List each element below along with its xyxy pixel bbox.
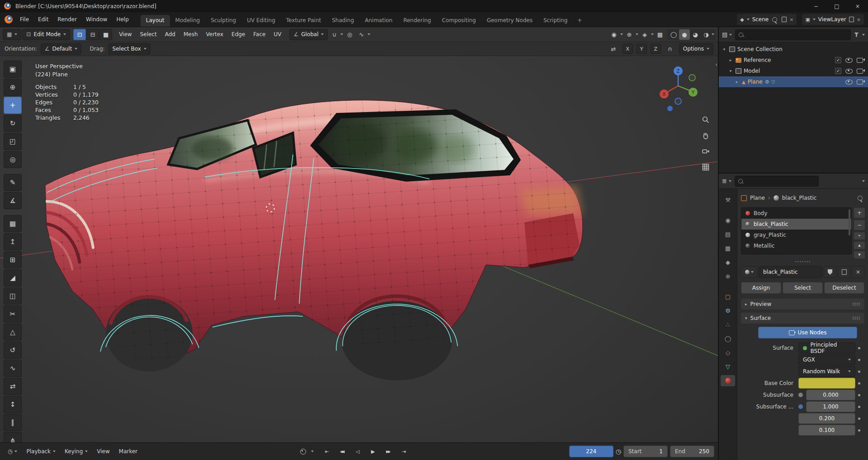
tab-material[interactable] <box>721 375 735 386</box>
eye-icon[interactable] <box>845 58 853 63</box>
properties-search[interactable] <box>735 176 819 187</box>
assign-button[interactable]: Assign <box>741 282 781 294</box>
vertex-select-button[interactable]: ⊡ <box>73 29 86 40</box>
tool-bevel-button[interactable]: ◢ <box>4 269 22 286</box>
tree-row-plane[interactable]: ▸ ▲ Plane ⚙ ▽ <box>719 76 868 87</box>
remove-slot-button[interactable]: − <box>854 220 865 230</box>
show-visibility-icon[interactable]: ◉ <box>609 29 619 40</box>
breadcrumb-material[interactable]: black_Plastic <box>782 195 817 201</box>
camera-visibility-icon[interactable] <box>857 58 863 63</box>
tool-add-cube-button[interactable]: ▦ <box>4 215 22 232</box>
tab-sculpting[interactable]: Sculpting <box>205 15 241 27</box>
tool-shrink-fatten-button[interactable]: ↕ <box>4 396 22 413</box>
tab-scripting[interactable]: Scripting <box>538 15 573 27</box>
eye-icon[interactable] <box>845 69 853 74</box>
gizmo-dropdown-icon[interactable] <box>636 33 638 35</box>
expand-icon[interactable]: ▾ <box>722 47 727 52</box>
tab-shading[interactable]: Shading <box>326 15 359 27</box>
prev-keyframe-button[interactable]: ◀◀ <box>335 446 349 457</box>
preview-section-header[interactable]: ▸ Preview <box>741 299 864 310</box>
tab-layout[interactable]: Layout <box>141 15 170 27</box>
falloff-dropdown-icon[interactable] <box>368 33 370 35</box>
shading-dropdown-icon[interactable] <box>712 33 714 35</box>
tool-scale-button[interactable]: ◰ <box>4 133 22 150</box>
show-gizmo-icon[interactable]: ⊕ <box>624 29 635 40</box>
ortho-grid-icon[interactable] <box>700 161 712 173</box>
menu-face[interactable]: Face <box>250 27 269 42</box>
menu-uv[interactable]: UV <box>270 27 285 42</box>
menu-select[interactable]: Select <box>137 27 160 42</box>
timeline-editor-type-button[interactable]: ◷ <box>4 446 21 457</box>
scrollbar[interactable] <box>849 209 850 235</box>
decorator-icon[interactable] <box>798 393 803 397</box>
perspective-toggle-dot[interactable] <box>667 106 673 111</box>
animate-dot-icon[interactable] <box>858 382 860 385</box>
breadcrumb-object[interactable]: Plane <box>750 195 765 201</box>
base-color-swatch[interactable] <box>798 378 855 389</box>
move-slot-up-button[interactable]: ▲ <box>854 241 865 249</box>
tool-transform-button[interactable]: ◎ <box>4 151 22 168</box>
slot-specials-button[interactable] <box>854 232 865 240</box>
tab-world[interactable]: ⊕ <box>721 271 735 282</box>
drag-grip-icon[interactable] <box>852 302 860 306</box>
tab-geometry-nodes[interactable]: Geometry Nodes <box>481 15 538 27</box>
tool-knife-button[interactable]: ✂ <box>4 305 22 323</box>
end-frame-field[interactable]: End 250 <box>670 446 714 457</box>
playback-menu[interactable]: Playback <box>22 446 60 457</box>
auto-keying-button[interactable] <box>296 446 310 457</box>
camera-view-icon[interactable] <box>700 146 712 157</box>
xray-toggle-icon[interactable]: ▩ <box>655 29 665 40</box>
copy-icon[interactable] <box>782 17 787 22</box>
tab-scene[interactable]: ◆ <box>721 257 735 268</box>
tab-tool[interactable]: ⚒ <box>721 194 735 206</box>
tab-object[interactable]: ▢ <box>721 291 735 302</box>
mirror-icon[interactable]: ⇄ <box>608 44 619 54</box>
material-shading-icon[interactable]: ◕ <box>690 29 701 40</box>
filter-dropdown-icon[interactable] <box>862 34 865 36</box>
gizmo-z-negative[interactable] <box>675 98 681 104</box>
minimize-button[interactable]: − <box>806 0 826 12</box>
scene-3d-view[interactable] <box>0 56 718 442</box>
tree-row-model[interactable]: ▾ Model ✓ <box>719 66 868 76</box>
tab-texture-paint[interactable]: Texture Paint <box>281 15 326 27</box>
tab-particles[interactable]: ∴ <box>721 319 735 330</box>
app-menu-icon[interactable] <box>5 15 13 23</box>
checkbox-icon[interactable]: ✓ <box>835 68 841 74</box>
play-reverse-button[interactable]: ◁ <box>350 446 364 457</box>
eye-icon[interactable] <box>845 80 853 84</box>
animate-dot-icon[interactable] <box>858 359 860 361</box>
list-resize-grip[interactable] <box>795 261 811 263</box>
show-overlays-icon[interactable]: ◈ <box>639 29 650 40</box>
use-preview-range-icon[interactable]: ◷ <box>616 448 621 455</box>
menu-add[interactable]: Add <box>161 27 179 42</box>
animate-dot-icon[interactable] <box>858 418 860 420</box>
animate-dot-icon[interactable] <box>858 347 860 349</box>
view-menu[interactable]: View <box>93 446 113 457</box>
radius-y-field[interactable]: 0.200 <box>798 413 855 424</box>
menu-vertex[interactable]: Vertex <box>203 27 227 42</box>
expand-icon[interactable]: ▸ <box>728 58 733 62</box>
next-keyframe-button[interactable]: ▶▶ <box>381 446 395 457</box>
visibility-dropdown-icon[interactable] <box>620 33 623 35</box>
pin-icon[interactable] <box>858 196 863 201</box>
outliner-search-input[interactable] <box>746 31 847 38</box>
editor-type-button[interactable]: ▦ <box>3 29 21 40</box>
remove-icon[interactable]: × <box>857 17 861 23</box>
decorator-icon[interactable] <box>798 404 803 409</box>
sidebar-collapse-icon[interactable]: ‹ <box>715 61 717 68</box>
transform-orientation-dropdown[interactable]: ∠ Global <box>289 29 328 40</box>
drag-grip-icon[interactable] <box>852 316 860 320</box>
menu-edge[interactable]: Edge <box>228 27 249 42</box>
pin-icon[interactable] <box>772 17 777 22</box>
tool-poly-build-button[interactable]: △ <box>4 324 22 341</box>
tool-edge-slide-button[interactable]: ⇄ <box>4 378 22 395</box>
gizmo-y-negative[interactable] <box>689 75 695 81</box>
tool-shear-button[interactable]: ∥ <box>4 414 22 431</box>
properties-search-input[interactable] <box>746 178 815 185</box>
animate-dot-icon[interactable] <box>858 371 860 373</box>
outliner-search[interactable] <box>735 29 851 40</box>
deselect-button[interactable]: Deselect <box>824 282 864 294</box>
options-dropdown[interactable]: Options <box>679 43 713 55</box>
tool-cursor-button[interactable]: ⊕ <box>4 79 22 96</box>
wireframe-shading-icon[interactable]: ◯ <box>668 29 679 40</box>
